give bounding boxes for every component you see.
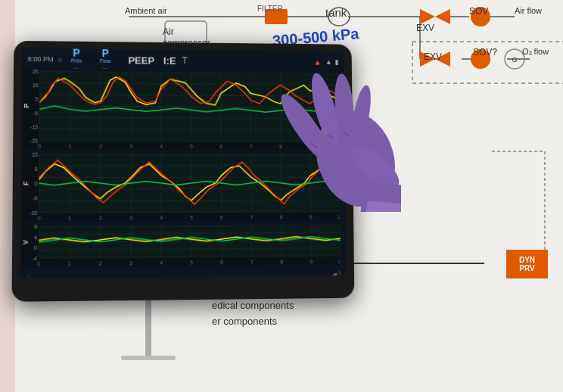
volume-chart (21, 223, 341, 267)
battery-icon: ▮ (335, 58, 339, 66)
param-flow-sub: Flow (100, 58, 111, 64)
filter-label: FILTER (257, 5, 283, 13)
ambient-air-label: Ambient air (125, 6, 167, 15)
tesla-icon: T (182, 55, 187, 66)
param-p-label: P (73, 48, 80, 58)
tablet-device[interactable]: 8:00 PM ≡ P Pres -- P Flow -- PEEP I:E T… (12, 41, 355, 302)
bottom-text-2: edical components (212, 300, 299, 311)
sov2-label: SOV? (473, 47, 497, 58)
param-p-pressure: P Pres -- (66, 48, 87, 72)
param-pres-sub: Pres (71, 58, 82, 64)
peep-ie-group: PEEP I:E (128, 54, 176, 66)
pressure-chart (22, 70, 339, 150)
dyn-prv-box: DYN PRV (506, 250, 548, 278)
tablet-screen: 8:00 PM ≡ P Pres -- P Flow -- PEEP I:E T… (20, 48, 347, 278)
param-p-flow: P Flow -- (95, 48, 116, 72)
speaker-icon[interactable]: ◄) (331, 269, 341, 278)
screen-header: 8:00 PM ≡ P Pres -- P Flow -- PEEP I:E T… (21, 48, 344, 73)
wifi-icon: ▲ (325, 58, 332, 66)
screen-time: 8:00 PM (27, 55, 53, 63)
peep-label: PEEP (128, 54, 154, 66)
exv1-label: EXV (416, 23, 434, 33)
bottom-text-3: er components (212, 316, 299, 327)
exv2-label: EXV (424, 51, 442, 62)
sov1-label: SOV (469, 6, 488, 17)
air-label: Air (163, 26, 174, 37)
header-lines: ≡ (58, 55, 63, 64)
home-icon[interactable]: ⌂ (26, 272, 31, 278)
ie-label: I:E (163, 54, 176, 66)
flow-chart (22, 153, 341, 222)
charts-container (20, 70, 347, 271)
o2-flow-label: O₂ flow (522, 47, 549, 57)
param-p2-label: P (101, 48, 108, 58)
tank-label: tank (325, 6, 347, 19)
air-flow-label: Air flow (515, 6, 542, 15)
alarm-icon: ▲ (314, 58, 322, 66)
